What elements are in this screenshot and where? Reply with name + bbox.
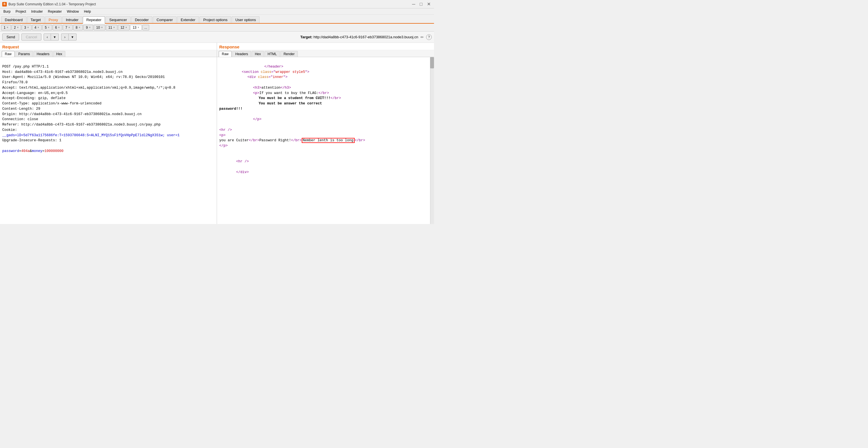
tab-sequencer[interactable]: Sequencer	[105, 16, 131, 23]
request-tab-hex[interactable]: Hex	[53, 51, 65, 57]
tab-user-options[interactable]: User options	[231, 16, 259, 23]
req-line-body: password=404a&money=100000000	[2, 149, 64, 153]
rep-tab-13-close[interactable]: ×	[137, 26, 139, 29]
tab-proxy[interactable]: Proxy	[45, 16, 62, 23]
rep-tab-11[interactable]: 11×	[106, 25, 117, 30]
rep-tab-13[interactable]: 13×	[130, 25, 142, 30]
resp-line-15: </div>	[219, 170, 249, 174]
resp-line-11: <p>	[219, 133, 226, 137]
rep-tab-10[interactable]: 10×	[94, 25, 105, 30]
rep-tab-8[interactable]: 8×	[73, 25, 83, 30]
tab-target[interactable]: Target	[27, 16, 44, 23]
toolbar: Send Cancel ‹ ▾ › ▾ Target: http://dad4a…	[0, 32, 434, 43]
repeater-tab-bar: 1× 2× 3× 4× 5× 6× 7× 8× 9× 10× 11× 12× 1…	[0, 24, 434, 32]
menu-bar: Burp Project Intruder Repeater Window He…	[0, 8, 434, 14]
nav-forward-button[interactable]: ›	[61, 33, 68, 40]
request-tab-params[interactable]: Params	[15, 51, 33, 57]
request-tab-raw[interactable]: Raw	[2, 51, 14, 57]
scrollbar-thumb[interactable]	[430, 57, 434, 68]
request-body: POST /pay.php HTTP/1.1 Host: dad4a8bb-c4…	[2, 59, 214, 159]
rep-tab-3[interactable]: 3×	[22, 25, 32, 30]
main-content: Request Raw Params Headers Hex POST /pay…	[0, 43, 434, 224]
req-line-3: User-Agent: Mozilla/5.0 (Windows NT 10.0…	[2, 75, 165, 79]
request-header: Request	[0, 43, 217, 50]
rep-tab-12[interactable]: 12×	[118, 25, 129, 30]
tab-intruder[interactable]: Intruder	[62, 16, 82, 23]
nav-back-dropdown-button[interactable]: ▾	[51, 33, 59, 40]
menu-window[interactable]: Window	[64, 9, 81, 14]
maximize-button[interactable]: □	[418, 2, 424, 6]
rep-tab-6[interactable]: 6×	[53, 25, 62, 30]
rep-tab-8-close[interactable]: ×	[79, 26, 80, 29]
edit-target-icon[interactable]: ✏	[421, 35, 424, 39]
response-tab-html[interactable]: HTML	[265, 51, 280, 57]
minimize-button[interactable]: ─	[411, 2, 416, 6]
req-line-2: Host: dad4a8bb-c473-41c6-9167-eb37386802…	[2, 70, 123, 74]
tab-comparer[interactable]: Comparer	[153, 16, 177, 23]
req-line-9: Content-Length: 29	[2, 107, 40, 111]
resp-line-3: <div class="inner">	[219, 75, 288, 79]
response-tab-headers[interactable]: Headers	[232, 51, 251, 57]
rep-tab-5-close[interactable]: ×	[48, 26, 50, 29]
tab-decoder[interactable]: Decoder	[131, 16, 152, 23]
menu-burp[interactable]: Burp	[1, 9, 13, 14]
resp-line-14: <hr />	[219, 160, 249, 163]
response-tab-hex[interactable]: Hex	[252, 51, 264, 57]
nav-back-group: ‹ ▾	[43, 33, 59, 40]
tab-extender[interactable]: Extender	[177, 16, 199, 23]
menu-help[interactable]: Help	[82, 9, 93, 14]
tab-project-options[interactable]: Project options	[199, 16, 231, 23]
response-tab-render[interactable]: Render	[280, 51, 298, 57]
close-button[interactable]: ✕	[426, 2, 432, 6]
send-button[interactable]: Send	[2, 33, 19, 40]
rep-tab-4[interactable]: 4×	[32, 25, 42, 30]
rep-tab-1-close[interactable]: ×	[7, 26, 8, 29]
rep-tab-2[interactable]: 2×	[11, 25, 21, 30]
rep-tab-7-close[interactable]: ×	[68, 26, 70, 29]
tab-repeater[interactable]: Repeater	[83, 16, 105, 24]
resp-line-5: <p>If you want to buy the FLAG:</br>	[219, 91, 329, 95]
resp-line-13: </p>	[219, 144, 228, 148]
rep-tab-4-close[interactable]: ×	[37, 26, 39, 29]
tab-dashboard[interactable]: Dashboard	[1, 16, 27, 23]
response-tab-raw[interactable]: Raw	[219, 51, 231, 57]
help-icon[interactable]: ?	[426, 34, 432, 40]
rep-tab-9-close[interactable]: ×	[89, 26, 91, 29]
resp-line-8: password!!!	[219, 107, 243, 111]
response-panel: Response Raw Headers Hex HTML Render </h…	[217, 43, 434, 224]
rep-tab-9[interactable]: 9×	[83, 25, 93, 30]
rep-tab-5[interactable]: 5×	[42, 25, 52, 30]
rep-tab-7[interactable]: 7×	[63, 25, 73, 30]
rep-tab-11-close[interactable]: ×	[113, 26, 115, 29]
resp-line-6: You must be a student from CUIT!!!</br>	[219, 96, 341, 100]
cancel-button[interactable]: Cancel	[21, 33, 41, 40]
menu-repeater[interactable]: Repeater	[45, 9, 64, 14]
rep-tab-10-close[interactable]: ×	[101, 26, 103, 29]
req-line-4: Firefox/78.0	[2, 81, 28, 85]
rep-tab-6-close[interactable]: ×	[58, 26, 60, 29]
req-line-11: Connection: close	[2, 117, 38, 121]
rep-tab-more[interactable]: ...	[143, 25, 149, 30]
main-tab-bar: Dashboard Target Proxy Intruder Repeater…	[0, 14, 434, 24]
response-content[interactable]: </header> <section class="wrapper style5…	[217, 57, 434, 224]
menu-intruder[interactable]: Intruder	[29, 9, 45, 14]
request-tab-headers[interactable]: Headers	[33, 51, 52, 57]
response-header: Response	[217, 43, 434, 50]
rep-tab-2-close[interactable]: ×	[17, 26, 19, 29]
request-panel: Request Raw Params Headers Hex POST /pay…	[0, 43, 217, 224]
title-bar: B Burp Suite Community Edition v2.1.04 -…	[0, 0, 434, 8]
scrollbar[interactable]	[430, 57, 434, 224]
rep-tab-3-close[interactable]: ×	[27, 26, 29, 29]
resp-line-7: You must be answer the correct	[219, 102, 322, 105]
req-line-14: Upgrade-Insecure-Requests: 1	[2, 138, 61, 142]
resp-line-9: </p>	[219, 117, 261, 121]
nav-back-button[interactable]: ‹	[43, 33, 51, 40]
menu-project[interactable]: Project	[13, 9, 28, 14]
req-line-12: Referer: http://dad4a8bb-c473-41c6-9167-…	[2, 123, 161, 127]
rep-tab-1[interactable]: 1×	[1, 25, 11, 30]
request-content[interactable]: POST /pay.php HTTP/1.1 Host: dad4a8bb-c4…	[0, 57, 217, 224]
target-label: Target: http://dad4a8bb-c473-41c6-9167-e…	[300, 35, 418, 39]
nav-forward-dropdown-button[interactable]: ▾	[69, 33, 76, 40]
rep-tab-12-close[interactable]: ×	[126, 26, 127, 29]
req-line-cookie: __gads=lD=5d7f63a1175686fe:T=1593786648:…	[2, 133, 180, 137]
